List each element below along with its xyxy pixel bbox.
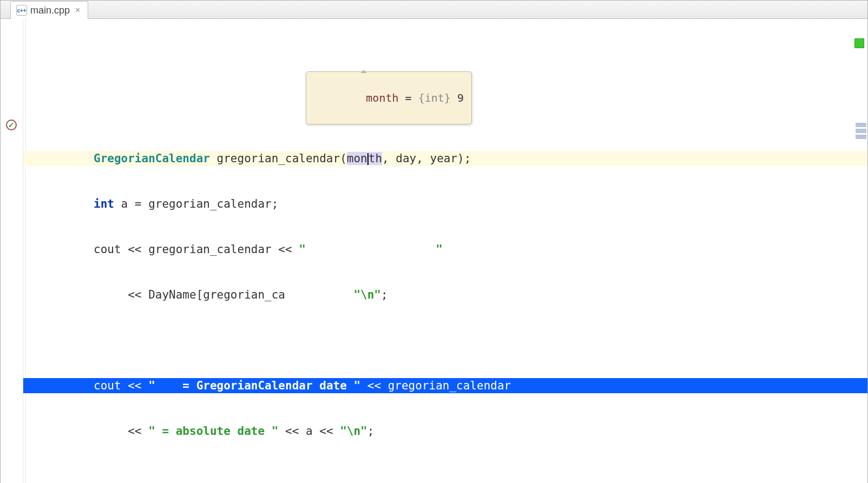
code-editor[interactable]: ✓ GregorianCalendar gregorian_calendar(m… xyxy=(1,19,867,483)
code-line[interactable]: << " = absolute date " << a << "\n"; xyxy=(23,424,867,439)
code-line[interactable]: cout << gregorian_calendar << "month = {… xyxy=(23,242,867,257)
analysis-status-indicator[interactable] xyxy=(854,38,864,48)
close-icon[interactable]: × xyxy=(73,5,82,15)
file-tab-main-cpp[interactable]: c++ main.cpp × xyxy=(10,1,88,19)
code-line xyxy=(23,333,867,348)
scrollbar-markers xyxy=(856,123,866,141)
editor-tab-bar: c++ main.cpp × xyxy=(1,1,867,19)
check-icon: ✓ xyxy=(8,121,15,129)
file-tab-label: main.cpp xyxy=(30,5,70,16)
code-line xyxy=(23,469,867,483)
breakpoint-marker[interactable]: ✓ xyxy=(6,120,17,130)
breakpoint-gutter[interactable]: ✓ xyxy=(1,19,23,483)
code-line[interactable]: int a = gregorian_calendar; xyxy=(23,196,867,211)
cpp-file-icon: c++ xyxy=(16,5,27,16)
variable-hover-tooltip: month = {int} 9 xyxy=(306,71,472,124)
code-line[interactable]: << DayName[gregorian_ca "\n"; xyxy=(23,287,867,302)
execution-line[interactable]: cout << " = GregorianCalendar date " << … xyxy=(23,378,867,393)
code-line[interactable]: GregorianCalendar gregorian_calendar(mon… xyxy=(23,151,867,166)
